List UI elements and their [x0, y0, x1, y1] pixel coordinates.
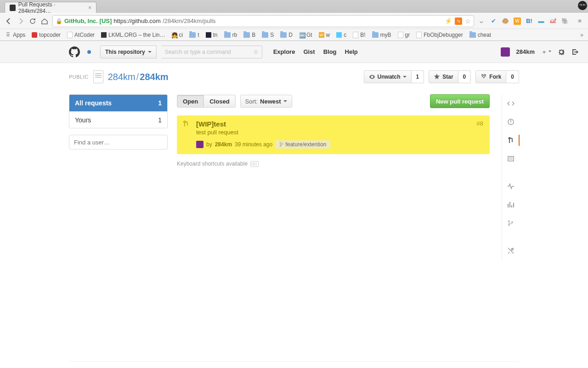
- svg-point-6: [282, 143, 283, 144]
- ext-icon[interactable]: ▬: [537, 17, 545, 25]
- svg-point-3: [583, 5, 584, 6]
- fork-count[interactable]: 0: [506, 70, 519, 83]
- bookmark-item[interactable]: 🔤Gt: [299, 32, 312, 38]
- sidenav-code[interactable]: [502, 94, 519, 113]
- notification-indicator-icon[interactable]: [87, 50, 91, 54]
- state-closed-button[interactable]: Closed: [204, 95, 235, 108]
- bookmark-item[interactable]: S: [262, 32, 274, 38]
- bookmark-item[interactable]: cheat: [469, 32, 491, 38]
- bookmark-item[interactable]: 👧ci: [171, 32, 183, 38]
- bookmark-item[interactable]: B!: [353, 32, 365, 38]
- ext-icon[interactable]: ✔: [490, 17, 497, 25]
- svg-point-9: [508, 221, 509, 222]
- sidenav-settings[interactable]: [502, 242, 519, 260]
- new-pull-request-button[interactable]: New pull request: [430, 94, 490, 108]
- sidenav-wiki[interactable]: [502, 150, 519, 168]
- ninja-corner-icon: [571, 0, 588, 16]
- browser-tab[interactable]: Pull Requests · 284km/284… ×: [5, 2, 96, 13]
- bookmark-overflow-icon[interactable]: »: [580, 32, 583, 38]
- svg-point-11: [511, 222, 513, 223]
- pr-number: #8: [477, 120, 483, 127]
- nav-explore[interactable]: Explore: [273, 48, 295, 55]
- star-count[interactable]: 0: [458, 70, 471, 83]
- pr-list-content: Open Closed Sort: Newest New pull reques…: [177, 94, 490, 260]
- pr-branch-ref[interactable]: feature/extention: [275, 140, 330, 149]
- close-tab-icon[interactable]: ×: [88, 5, 91, 11]
- ext-icon[interactable]: 🐵: [502, 17, 509, 25]
- username-link[interactable]: 284km: [516, 48, 535, 55]
- nav-gist[interactable]: Gist: [303, 48, 315, 55]
- fork-button[interactable]: Fork: [475, 70, 506, 83]
- caret-down-icon: [148, 51, 152, 55]
- bookmark-star-icon[interactable]: ☆: [465, 17, 471, 25]
- back-button[interactable]: [5, 17, 13, 25]
- keyboard-shortcuts-hint[interactable]: Keyboard shortcuts available: [177, 161, 490, 167]
- pr-author-link[interactable]: 284km: [215, 141, 232, 148]
- github-header: This repository Search or type a command…: [0, 41, 588, 63]
- chrome-menu-icon[interactable]: ≡: [576, 17, 583, 25]
- bookmark-item[interactable]: gr: [398, 32, 410, 38]
- pr-meta: by 284km 39 minutes ago feature/extentio…: [196, 140, 483, 149]
- sidenav-network[interactable]: [502, 214, 519, 232]
- signout-icon[interactable]: [571, 48, 579, 56]
- filter-yours[interactable]: Yours1: [69, 111, 167, 128]
- tab-bar: Pull Requests · 284km/284… ×: [0, 0, 588, 13]
- bookmark-item[interactable]: t: [189, 32, 199, 38]
- site-identity: GitHub, Inc. [US]: [64, 17, 112, 24]
- author-avatar-icon[interactable]: [196, 141, 204, 148]
- filter-all-requests[interactable]: All requests1: [69, 95, 167, 111]
- bookmark-item[interactable]: D: [280, 32, 293, 38]
- repo-owner-link[interactable]: 284km: [108, 72, 136, 82]
- address-bar[interactable]: 🔒 GitHub, Inc. [US] https://github.com/2…: [52, 15, 474, 27]
- github-logo-icon[interactable]: [69, 46, 80, 58]
- bookmark-item[interactable]: rb: [224, 32, 237, 38]
- pr-title[interactable]: [WIP]test: [196, 120, 483, 128]
- bookmark-item[interactable]: topcoder: [32, 32, 61, 38]
- url-host: https://github.com: [113, 17, 161, 24]
- bookmark-item[interactable]: ⠿Apps: [5, 32, 25, 38]
- home-button[interactable]: [40, 17, 49, 25]
- find-user-input[interactable]: [69, 135, 168, 150]
- pocket-icon[interactable]: ⌵: [478, 17, 485, 25]
- user-avatar-icon[interactable]: [501, 47, 510, 57]
- settings-icon[interactable]: [558, 48, 565, 56]
- pr-list-item[interactable]: #8 [WIP]test test pull request by 284km …: [177, 115, 490, 154]
- sidenav-graphs[interactable]: [502, 196, 519, 214]
- bookmark-item[interactable]: LKML.ORG – the Lin…: [101, 32, 165, 38]
- bookmark-item[interactable]: AtCoder: [67, 32, 95, 38]
- unwatch-button[interactable]: Unwatch: [364, 70, 412, 83]
- bookmark-bar: ⠿Apps topcoder AtCoder LKML.ORG – the Li…: [0, 29, 588, 40]
- star-button[interactable]: Star: [429, 70, 458, 83]
- caret-down-icon: [403, 76, 407, 80]
- watch-count[interactable]: 1: [412, 70, 424, 83]
- ext-icon[interactable]: W: [514, 17, 521, 25]
- pr-description: test pull request: [196, 129, 483, 136]
- rss-icon[interactable]: ∿: [455, 17, 462, 25]
- bolt-icon[interactable]: ⚡: [445, 17, 452, 24]
- slash-key-icon: ⊘: [254, 49, 258, 55]
- evernote-icon[interactable]: 🐘: [561, 17, 569, 25]
- svg-point-5: [280, 145, 281, 147]
- bookmark-item[interactable]: c: [336, 32, 346, 38]
- bookmark-item[interactable]: FbObjDebugger: [416, 32, 463, 38]
- sort-dropdown[interactable]: Sort: Newest: [240, 95, 292, 108]
- sidenav-issues[interactable]: [502, 113, 519, 131]
- bookmark-item[interactable]: B: [243, 32, 255, 38]
- bookmark-item[interactable]: Ww: [319, 32, 330, 38]
- bookmark-item[interactable]: myB: [372, 32, 391, 38]
- bookmark-item[interactable]: tn: [206, 32, 218, 38]
- forward-button[interactable]: [17, 17, 25, 25]
- sidenav-pulse[interactable]: [502, 177, 519, 196]
- caret-down-icon: [283, 100, 287, 104]
- ext-icon[interactable]: 🛋: [549, 17, 557, 25]
- create-new-dropdown[interactable]: ＋: [541, 48, 551, 56]
- search-scope-dropdown[interactable]: This repository: [100, 46, 157, 58]
- reload-button[interactable]: [28, 17, 37, 25]
- nav-help[interactable]: Help: [345, 48, 358, 55]
- sidenav-pull-requests[interactable]: [502, 131, 519, 150]
- state-open-button[interactable]: Open: [177, 95, 204, 108]
- nav-blog[interactable]: Blog: [323, 48, 337, 55]
- search-input[interactable]: Search or type a command⊘: [161, 46, 262, 58]
- ext-icon[interactable]: B!: [526, 17, 533, 25]
- repo-name-link[interactable]: 284km: [140, 72, 168, 82]
